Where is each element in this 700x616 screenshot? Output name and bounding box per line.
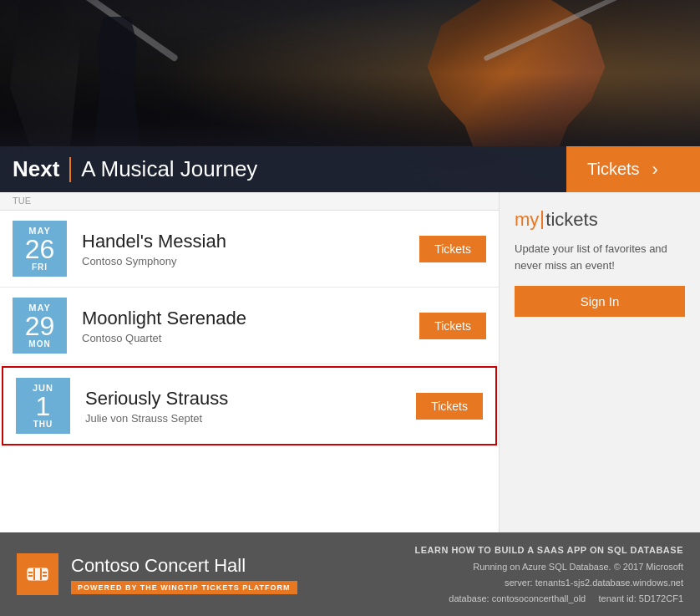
footer-brand: Contoso Concert Hall — [71, 555, 297, 577]
event-title-1: Moonlight Serenade — [82, 308, 419, 329]
hero-section: Next A Musical Journey Tickets › — [0, 0, 700, 192]
signin-button[interactable]: Sign In — [515, 286, 685, 317]
event-info-1: Moonlight Serenade Contoso Quartet — [82, 308, 419, 344]
event-dow-2: THU — [20, 420, 66, 429]
footer-info-title: LEARN HOW TO BUILD A SAAS APP ON SQL DAT… — [414, 542, 683, 558]
footer-line1: Running on Azure SQL Database. © 2017 Mi… — [414, 559, 683, 575]
event-subtitle-0: Contoso Symphony — [82, 255, 419, 267]
event-day-2: 1 — [20, 393, 66, 420]
events-section: TUE MAY 26 FRI Handel's Messiah Contoso … — [0, 192, 500, 532]
footer-tenant: tenant id: 5D172CF1 — [598, 593, 683, 603]
event-item: MAY 26 FRI Handel's Messiah Contoso Symp… — [0, 211, 499, 288]
hero-next-label: Next — [13, 156, 59, 182]
event-subtitle-1: Contoso Quartet — [82, 332, 419, 344]
event-item: MAY 29 MON Moonlight Serenade Contoso Qu… — [0, 288, 499, 364]
svg-rect-7 — [43, 575, 47, 577]
partial-text: TUE — [0, 192, 43, 210]
event-item-selected: JUN 1 THU Seriously Strauss Julie von St… — [2, 366, 497, 445]
footer-line3: database: contosoconcerthall_old tenant … — [414, 591, 683, 607]
event-info-2: Seriously Strauss Julie von Strauss Sept… — [85, 388, 416, 425]
event-date-box-2: JUN 1 THU — [16, 378, 70, 434]
footer-db: database: contosoconcerthall_old — [449, 593, 586, 603]
hero-subtitle: A Musical Journey — [81, 156, 257, 182]
sidebar: my tickets Update your list of favorites… — [500, 192, 700, 532]
hero-title-divider — [69, 157, 71, 182]
mytickets-logo-divider — [541, 211, 543, 229]
event-day-0: 26 — [17, 236, 63, 262]
event-tickets-button-2[interactable]: Tickets — [416, 393, 483, 420]
event-tickets-button-0[interactable]: Tickets — [419, 236, 486, 262]
footer-brand-wrap: Contoso Concert Hall POWERED BY THE WING… — [71, 555, 297, 594]
event-date-box-0: MAY 26 FRI — [13, 221, 67, 277]
event-info-0: Handel's Messiah Contoso Symphony — [82, 231, 419, 267]
hero-tickets-label: Tickets — [587, 160, 640, 179]
events-container[interactable]: MAY 26 FRI Handel's Messiah Contoso Symp… — [0, 211, 499, 532]
event-date-box-1: MAY 29 MON — [13, 298, 67, 354]
mytickets-logo: my tickets — [515, 209, 685, 231]
footer-logo: Contoso Concert Hall POWERED BY THE WING… — [17, 553, 414, 595]
main-content: TUE MAY 26 FRI Handel's Messiah Contoso … — [0, 192, 700, 532]
hero-tickets-arrow-icon: › — [652, 159, 658, 181]
event-dow-0: FRI — [17, 262, 63, 272]
svg-rect-0 — [28, 568, 48, 580]
event-title-0: Handel's Messiah — [82, 231, 419, 252]
footer: Contoso Concert Hall POWERED BY THE WING… — [0, 532, 700, 616]
hero-tickets-button[interactable]: Tickets › — [566, 146, 700, 192]
footer-ticket-icon — [17, 553, 58, 595]
event-title-2: Seriously Strauss — [85, 388, 416, 410]
svg-rect-4 — [28, 572, 33, 573]
footer-info: LEARN HOW TO BUILD A SAAS APP ON SQL DAT… — [414, 542, 683, 607]
event-dow-1: MON — [17, 339, 63, 349]
mytickets-tickets-label: tickets — [545, 209, 597, 231]
mytickets-description: Update your list of favorites and never … — [515, 241, 685, 273]
svg-rect-5 — [28, 575, 33, 577]
svg-rect-6 — [43, 572, 47, 573]
event-tickets-button-1[interactable]: Tickets — [419, 313, 486, 339]
footer-powered-label: POWERED BY THE WINGTIP TICKETS PLATFORM — [71, 581, 297, 594]
footer-line2: server: tenants1-sjs2.database.windows.n… — [414, 575, 683, 591]
event-day-1: 29 — [17, 313, 63, 339]
ticket-icon-svg — [26, 563, 49, 586]
event-subtitle-2: Julie von Strauss Septet — [85, 412, 416, 425]
mytickets-my-label: my — [515, 209, 539, 231]
event-partial-item: TUE — [0, 192, 499, 211]
hero-title: Next A Musical Journey — [0, 156, 257, 182]
hero-bar: Next A Musical Journey Tickets › — [0, 146, 700, 192]
